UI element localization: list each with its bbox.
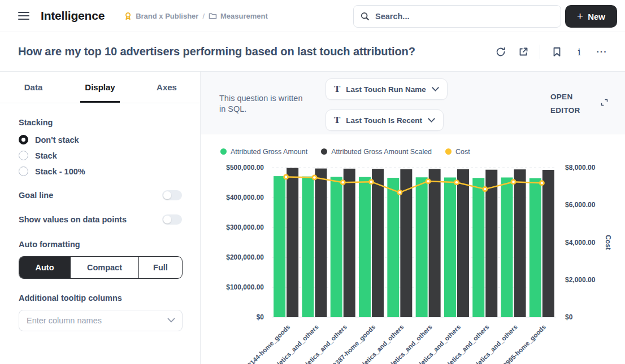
chevron-down-icon [432,87,439,91]
refresh-icon [496,47,506,57]
share-icon [518,47,528,57]
radio-stack[interactable]: Stack [19,151,182,160]
display-settings-panel: Data Display Axes Stacking Don't stack S… [0,72,201,364]
top-bar: Intelligence Brand x Publisher / Measure… [0,0,625,32]
title-actions: i ··· [492,43,610,60]
svg-text:$200,000.00: $200,000.00 [226,253,264,261]
search-box[interactable] [353,5,561,28]
tooltip-columns-dropdown[interactable] [19,310,183,331]
svg-text:$0: $0 [565,313,573,321]
divider [540,45,540,59]
breadcrumb-separator: / [202,12,205,20]
tab-axes[interactable]: Axes [133,72,200,103]
text-type-icon: T [334,84,340,94]
svg-text:$100,000.00: $100,000.00 [226,283,264,291]
chart-section: Attributed Gross Amount Attributed Gross… [201,134,625,364]
filter-last-touch-run-name[interactable]: T Last Touch Run Name [325,78,448,100]
auto-formatting-label: Auto formatting [19,240,182,249]
tab-display[interactable]: Display [67,72,133,103]
chevron-down-icon [428,118,435,122]
breadcrumb-item-label: Brand x Publisher [136,12,198,20]
toggle-knob [163,191,171,199]
radio-icon [19,135,28,144]
tab-data[interactable]: Data [0,72,67,103]
legend-dot-dark [321,148,327,155]
text-type-icon: T [334,115,340,125]
svg-text:$0: $0 [257,313,264,321]
panel-tabs: Data Display Axes [0,72,200,103]
hamburger-menu-icon[interactable] [18,12,29,20]
radio-icon [19,151,28,160]
segment-compact[interactable]: Compact [70,257,138,278]
goal-line-toggle[interactable] [162,190,182,200]
auto-formatting-segmented-control: Auto Compact Full [19,256,183,279]
more-options-button[interactable]: ··· [593,43,610,60]
share-button[interactable] [515,43,532,60]
goal-line-label: Goal line [19,191,53,200]
new-button-label: New [588,12,605,21]
breadcrumb-item-label: Measurement [220,12,268,20]
legend-dot-yellow [445,148,452,155]
radio-dont-stack[interactable]: Don't stack [19,135,182,144]
refresh-button[interactable] [492,43,509,60]
main-content: This question is written in SQL. T Last … [201,72,625,364]
goal-line-row: Goal line [19,190,182,200]
svg-text:$2,000.00: $2,000.00 [565,276,596,284]
search-icon [361,12,370,21]
stacking-radio-group: Don't stack Stack Stack - 100% [19,135,182,176]
chart-plot[interactable]: $500,000.00$400,000.00$300,000.00$200,00… [201,157,625,364]
search-input[interactable] [375,12,554,21]
legend-dot-green [220,148,227,155]
question-header: How are my top 10 advertisers performing… [0,32,625,72]
svg-text:$6,000.00: $6,000.00 [565,201,596,209]
breadcrumb: Brand x Publisher / Measurement [124,12,268,20]
app-title: Intelligence [41,9,105,23]
query-bar: This question is written in SQL. T Last … [201,72,625,134]
legend-item[interactable]: Attributed Gross Amount [220,148,307,156]
filter-last-touch-is-recent[interactable]: T Last Touch Is Recent [325,109,444,131]
svg-text:$400,000.00: $400,000.00 [226,194,264,201]
plus-icon: + [577,11,583,21]
svg-text:$8,000.00: $8,000.00 [565,164,596,172]
svg-text:$4,000.00: $4,000.00 [565,239,596,247]
tooltip-columns-input[interactable] [27,316,163,325]
bookmark-button[interactable] [548,43,565,60]
new-button[interactable]: + New [565,5,617,28]
segment-auto[interactable]: Auto [19,257,70,278]
show-values-label: Show values on data points [19,215,127,224]
bookmark-icon [553,47,561,57]
open-editor-button[interactable]: OPEN EDITOR [550,90,588,117]
app-window: Intelligence Brand x Publisher / Measure… [0,0,625,364]
show-values-row: Show values on data points [19,214,182,225]
info-icon: i [578,46,580,58]
svg-text:$300,000.00: $300,000.00 [226,223,264,231]
legend-item[interactable]: Attributed Gross Amount Scaled [321,148,432,156]
segment-full[interactable]: Full [138,257,182,278]
expand-button[interactable] [601,99,608,108]
chart-legend: Attributed Gross Amount Attributed Gross… [201,134,625,157]
chevron-down-icon [167,318,175,323]
svg-text:Cost: Cost [604,235,612,250]
radio-icon [19,166,28,176]
expand-icon [601,99,608,106]
breadcrumb-collection[interactable]: Brand x Publisher [124,12,198,20]
award-icon [124,12,132,20]
page-title: How are my top 10 advertisers performing… [18,45,415,58]
ellipsis-icon: ··· [597,47,607,57]
radio-stack-100[interactable]: Stack - 100% [19,166,182,176]
show-values-toggle[interactable] [162,214,182,225]
sql-note: This question is written in SQL. [219,93,310,114]
folder-icon [209,12,217,20]
breadcrumb-folder[interactable]: Measurement [209,12,268,20]
info-button[interactable]: i [571,43,588,60]
stacking-label: Stacking [19,118,182,127]
legend-item[interactable]: Cost [445,148,470,156]
svg-text:$500,000.00: $500,000.00 [226,164,264,172]
toggle-knob [163,216,171,223]
tooltip-columns-label: Additional tooltip columns [19,293,182,302]
